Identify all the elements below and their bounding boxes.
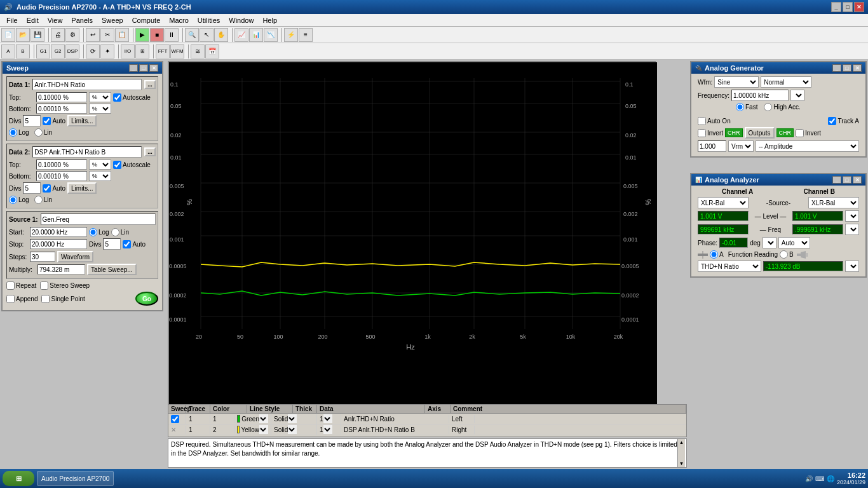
menu-compute[interactable]: Compute	[128, 15, 165, 25]
source-auto-check[interactable]	[123, 240, 131, 248]
graph-icon[interactable]: 📈	[234, 28, 248, 42]
data1-bottom-value[interactable]	[36, 104, 87, 114]
aa-close[interactable]: ✕	[853, 176, 862, 184]
wfm-mode-select[interactable]: Normal	[761, 76, 811, 88]
aa-minimize[interactable]: _	[832, 176, 841, 184]
row1-style-select[interactable]: ▼	[288, 414, 297, 423]
data1-top-value[interactable]	[36, 92, 87, 102]
ag-restore[interactable]: □	[843, 64, 851, 72]
undo-icon[interactable]: ↩	[86, 28, 100, 42]
amplitude-mode[interactable]: -- Amplitude	[756, 140, 859, 152]
sweep2-icon[interactable]: ⟳	[86, 44, 100, 58]
panel-minimize[interactable]: _	[129, 64, 138, 72]
menu-edit[interactable]: Edit	[23, 15, 43, 25]
maximize-button[interactable]: □	[843, 2, 853, 12]
source-b-select[interactable]: XLR-Bal	[808, 197, 859, 208]
data1-autoscale-check[interactable]	[113, 93, 121, 102]
freq-unit[interactable]: ▼	[790, 90, 804, 101]
menu-view[interactable]: View	[44, 15, 67, 25]
track-a-check[interactable]	[828, 117, 836, 125]
data2-log-radio[interactable]	[9, 196, 17, 204]
function-select[interactable]: THD+N Ratio	[698, 261, 761, 272]
menu-macro[interactable]: Macro	[165, 15, 193, 25]
notes-scroll-down[interactable]: ▼	[679, 461, 684, 466]
chr-btn-2[interactable]: CHR	[776, 128, 794, 137]
stereo-sweep-check[interactable]	[40, 281, 48, 290]
cut-icon[interactable]: ✂	[100, 28, 114, 42]
eq-icon[interactable]: ≡	[299, 28, 313, 42]
pan-icon[interactable]: ✋	[214, 28, 228, 42]
cal-icon[interactable]: 📅	[205, 44, 219, 58]
table-sweep-btn[interactable]: Table Sweep...	[87, 264, 137, 275]
data1-bottom-unit[interactable]: %	[89, 104, 111, 114]
data1-top-unit[interactable]: %	[89, 92, 111, 102]
minimize-button[interactable]: _	[831, 2, 841, 12]
multiply-value[interactable]	[37, 264, 85, 274]
func-ch-a-radio[interactable]	[710, 250, 718, 259]
auto-on-check[interactable]	[698, 117, 706, 125]
data1-ellipsis[interactable]: ...	[144, 80, 156, 89]
menu-window[interactable]: Window	[225, 15, 257, 25]
func-ch-b-radio[interactable]	[780, 250, 788, 259]
menu-help[interactable]: Help	[259, 15, 281, 25]
data1-log-radio[interactable]	[9, 128, 17, 137]
cursor-icon[interactable]: ↖	[200, 28, 214, 42]
menu-file[interactable]: File	[3, 15, 22, 25]
wfm-type-select[interactable]: Sine	[714, 76, 759, 88]
table-icon[interactable]: 📊	[249, 28, 263, 42]
freq-value[interactable]	[731, 90, 789, 101]
amplitude-unit[interactable]: Vrms	[728, 140, 754, 152]
row1-thick-select[interactable]: ▼	[323, 414, 332, 423]
mark-icon[interactable]: ✦	[100, 44, 114, 58]
limit-icon[interactable]: ⚡	[284, 28, 298, 42]
reading-unit-select[interactable]: ▼	[845, 261, 859, 272]
data2-ellipsis[interactable]: ...	[144, 147, 156, 156]
ag-minimize[interactable]: _	[832, 64, 841, 72]
data1-auto-check[interactable]	[43, 117, 51, 125]
data2-divs[interactable]	[23, 182, 41, 194]
phase-unit-select[interactable]: ▼	[763, 237, 776, 248]
row1-color-select[interactable]: ▼	[259, 414, 268, 423]
gen1-icon[interactable]: G1	[36, 44, 50, 58]
data2-auto-check[interactable]	[43, 184, 51, 193]
settings-icon[interactable]: ⚙	[65, 28, 79, 42]
io1-icon[interactable]: I/O	[121, 44, 135, 58]
data2-bottom-value[interactable]	[36, 171, 87, 181]
phase-mode-select[interactable]: Auto	[778, 237, 810, 248]
panel-maximize[interactable]: □	[139, 64, 148, 72]
waveform-btn[interactable]: Waveform	[57, 251, 93, 262]
stop-value[interactable]	[30, 239, 87, 249]
row2-style-select[interactable]: ▼	[288, 425, 297, 434]
append-check[interactable]	[6, 295, 15, 303]
data2-input[interactable]	[32, 146, 142, 158]
chr-btn-1[interactable]: CHR	[725, 128, 743, 137]
data2-top-unit[interactable]: %	[89, 159, 111, 170]
data2-top-value[interactable]	[36, 159, 87, 170]
start-button[interactable]: ⊞	[3, 471, 34, 486]
notes-scroll-up[interactable]: ▲	[679, 440, 684, 445]
source-lin-radio[interactable]	[111, 228, 119, 236]
menu-panels[interactable]: Panels	[67, 15, 97, 25]
steps-value[interactable]	[30, 252, 55, 262]
taskbar-app-item[interactable]: Audio Precision AP2700	[37, 471, 114, 486]
filter-icon[interactable]: ≋	[191, 44, 205, 58]
data1-input[interactable]	[32, 79, 142, 90]
gen2-icon[interactable]: G2	[51, 44, 65, 58]
start-value[interactable]	[30, 227, 87, 237]
row2-color-select[interactable]: ▼	[259, 425, 268, 434]
menu-sweep[interactable]: Sweep	[98, 15, 127, 25]
data2-limits-btn[interactable]: Limits...	[67, 182, 97, 194]
menu-utilities[interactable]: Utilities	[194, 15, 224, 25]
ch-b-icon[interactable]: B	[16, 44, 30, 58]
data1-limits-btn[interactable]: Limits...	[67, 115, 97, 126]
invert2-check[interactable]	[796, 129, 804, 137]
stop-icon[interactable]: ■	[150, 28, 164, 42]
data1-lin-radio[interactable]	[34, 128, 43, 137]
close-button[interactable]: ✕	[854, 2, 864, 12]
panel-close[interactable]: ✕	[149, 64, 158, 72]
source1-input[interactable]	[41, 214, 156, 225]
run-icon[interactable]: ▶	[135, 28, 149, 42]
amplitude-value[interactable]	[698, 140, 726, 152]
pause-icon[interactable]: ⏸	[165, 28, 179, 42]
high-acc-radio[interactable]	[764, 103, 772, 111]
